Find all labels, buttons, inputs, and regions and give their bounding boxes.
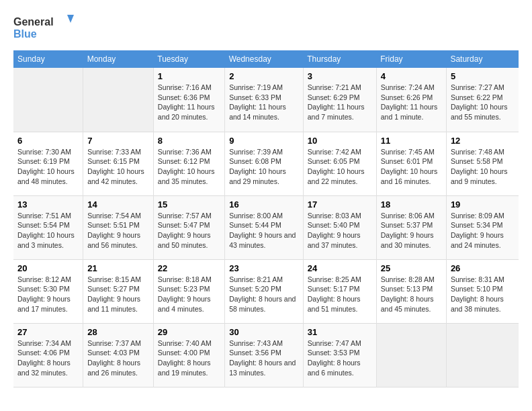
- day-number: 15: [158, 199, 220, 210]
- day-number: 19: [451, 199, 515, 210]
- header-friday: Friday: [376, 50, 446, 68]
- day-info: Sunrise: 7:42 AM Sunset: 6:05 PM Dayligh…: [308, 147, 372, 187]
- day-info: Sunrise: 7:54 AM Sunset: 5:51 PM Dayligh…: [87, 211, 149, 250]
- calendar-cell: 16Sunrise: 8:00 AM Sunset: 5:44 PM Dayli…: [225, 195, 304, 259]
- calendar-week-row: 20Sunrise: 8:12 AM Sunset: 5:30 PM Dayli…: [13, 259, 519, 323]
- day-number: 26: [451, 263, 515, 273]
- calendar-cell: 7Sunrise: 7:33 AM Sunset: 6:15 PM Daylig…: [83, 132, 154, 195]
- day-number: 4: [381, 71, 442, 81]
- day-number: 24: [308, 263, 372, 273]
- calendar-cell: 27Sunrise: 7:34 AM Sunset: 4:06 PM Dayli…: [13, 323, 83, 387]
- day-info: Sunrise: 7:33 AM Sunset: 6:15 PM Dayligh…: [87, 147, 149, 187]
- day-number: 16: [229, 199, 299, 210]
- calendar-cell: 6Sunrise: 7:30 AM Sunset: 6:19 PM Daylig…: [13, 132, 83, 195]
- day-info: Sunrise: 7:24 AM Sunset: 6:26 PM Dayligh…: [381, 83, 442, 122]
- day-info: Sunrise: 8:12 AM Sunset: 5:30 PM Dayligh…: [17, 275, 79, 314]
- calendar-cell: 22Sunrise: 8:18 AM Sunset: 5:23 PM Dayli…: [153, 259, 224, 323]
- calendar-cell: [446, 323, 519, 387]
- day-number: 13: [17, 199, 79, 210]
- day-number: 22: [158, 263, 220, 273]
- calendar-cell: 4Sunrise: 7:24 AM Sunset: 6:26 PM Daylig…: [376, 68, 446, 132]
- day-info: Sunrise: 7:30 AM Sunset: 6:19 PM Dayligh…: [17, 147, 79, 187]
- day-number: 29: [158, 327, 220, 337]
- calendar-week-row: 27Sunrise: 7:34 AM Sunset: 4:06 PM Dayli…: [13, 323, 519, 387]
- calendar-cell: 1Sunrise: 7:16 AM Sunset: 6:36 PM Daylig…: [153, 68, 224, 132]
- day-number: 18: [381, 199, 442, 210]
- day-number: 11: [381, 136, 442, 146]
- day-number: 12: [451, 136, 515, 146]
- calendar-cell: 23Sunrise: 8:21 AM Sunset: 5:20 PM Dayli…: [225, 259, 304, 323]
- calendar-cell: 9Sunrise: 7:39 AM Sunset: 6:08 PM Daylig…: [225, 132, 304, 195]
- calendar-cell: 5Sunrise: 7:27 AM Sunset: 6:22 PM Daylig…: [446, 68, 519, 132]
- calendar-cell: 26Sunrise: 8:31 AM Sunset: 5:10 PM Dayli…: [446, 259, 519, 323]
- day-info: Sunrise: 8:18 AM Sunset: 5:23 PM Dayligh…: [158, 275, 220, 314]
- calendar-cell: 24Sunrise: 8:25 AM Sunset: 5:17 PM Dayli…: [303, 259, 376, 323]
- calendar-cell: 19Sunrise: 8:09 AM Sunset: 5:34 PM Dayli…: [446, 195, 519, 259]
- day-info: Sunrise: 7:34 AM Sunset: 4:06 PM Dayligh…: [17, 338, 79, 378]
- header-saturday: Saturday: [446, 50, 519, 68]
- svg-text:General: General: [13, 16, 54, 28]
- logo-svg: General Blue: [13, 13, 74, 44]
- day-number: 14: [87, 199, 149, 210]
- day-number: 21: [87, 263, 149, 273]
- svg-text:Blue: Blue: [13, 28, 37, 40]
- day-number: 9: [229, 136, 299, 146]
- day-info: Sunrise: 8:15 AM Sunset: 5:27 PM Dayligh…: [87, 275, 149, 314]
- day-info: Sunrise: 7:21 AM Sunset: 6:29 PM Dayligh…: [308, 83, 372, 122]
- day-info: Sunrise: 7:47 AM Sunset: 3:53 PM Dayligh…: [308, 338, 372, 378]
- calendar-week-row: 1Sunrise: 7:16 AM Sunset: 6:36 PM Daylig…: [13, 68, 519, 132]
- day-number: 25: [381, 263, 442, 273]
- calendar-cell: 28Sunrise: 7:37 AM Sunset: 4:03 PM Dayli…: [83, 323, 154, 387]
- day-info: Sunrise: 8:28 AM Sunset: 5:13 PM Dayligh…: [381, 275, 442, 314]
- day-info: Sunrise: 8:06 AM Sunset: 5:37 PM Dayligh…: [381, 211, 442, 250]
- calendar-header-row: SundayMondayTuesdayWednesdayThursdayFrid…: [13, 50, 519, 68]
- calendar-cell: 17Sunrise: 8:03 AM Sunset: 5:40 PM Dayli…: [303, 195, 376, 259]
- day-number: 23: [229, 263, 299, 273]
- header-monday: Monday: [83, 50, 154, 68]
- day-number: 1: [158, 71, 220, 81]
- logo: General Blue: [13, 13, 74, 44]
- day-number: 17: [308, 199, 372, 210]
- day-info: Sunrise: 8:00 AM Sunset: 5:44 PM Dayligh…: [229, 211, 299, 250]
- day-info: Sunrise: 7:36 AM Sunset: 6:12 PM Dayligh…: [158, 147, 220, 187]
- day-info: Sunrise: 7:16 AM Sunset: 6:36 PM Dayligh…: [158, 83, 220, 122]
- header-thursday: Thursday: [303, 50, 376, 68]
- svg-marker-2: [67, 15, 74, 23]
- calendar-cell: 18Sunrise: 8:06 AM Sunset: 5:37 PM Dayli…: [376, 195, 446, 259]
- calendar-cell: 14Sunrise: 7:54 AM Sunset: 5:51 PM Dayli…: [83, 195, 154, 259]
- day-number: 3: [308, 71, 372, 81]
- day-info: Sunrise: 7:39 AM Sunset: 6:08 PM Dayligh…: [229, 147, 299, 187]
- day-number: 10: [308, 136, 372, 146]
- calendar-cell: 21Sunrise: 8:15 AM Sunset: 5:27 PM Dayli…: [83, 259, 154, 323]
- day-info: Sunrise: 7:40 AM Sunset: 4:00 PM Dayligh…: [158, 338, 220, 378]
- day-info: Sunrise: 7:43 AM Sunset: 3:56 PM Dayligh…: [229, 338, 299, 378]
- day-info: Sunrise: 8:03 AM Sunset: 5:40 PM Dayligh…: [308, 211, 372, 250]
- calendar-cell: [376, 323, 446, 387]
- calendar-cell: 11Sunrise: 7:45 AM Sunset: 6:01 PM Dayli…: [376, 132, 446, 195]
- day-info: Sunrise: 7:27 AM Sunset: 6:22 PM Dayligh…: [451, 83, 515, 122]
- calendar-cell: 29Sunrise: 7:40 AM Sunset: 4:00 PM Dayli…: [153, 323, 224, 387]
- day-number: 5: [451, 71, 515, 81]
- calendar-cell: 20Sunrise: 8:12 AM Sunset: 5:30 PM Dayli…: [13, 259, 83, 323]
- day-info: Sunrise: 7:57 AM Sunset: 5:47 PM Dayligh…: [158, 211, 220, 250]
- day-info: Sunrise: 7:45 AM Sunset: 6:01 PM Dayligh…: [381, 147, 442, 187]
- calendar-cell: 15Sunrise: 7:57 AM Sunset: 5:47 PM Dayli…: [153, 195, 224, 259]
- calendar-cell: 31Sunrise: 7:47 AM Sunset: 3:53 PM Dayli…: [303, 323, 376, 387]
- header-sunday: Sunday: [13, 50, 83, 68]
- day-number: 8: [158, 136, 220, 146]
- calendar-cell: [83, 68, 154, 132]
- day-info: Sunrise: 7:37 AM Sunset: 4:03 PM Dayligh…: [87, 338, 149, 378]
- day-number: 30: [229, 327, 299, 337]
- calendar-cell: 30Sunrise: 7:43 AM Sunset: 3:56 PM Dayli…: [225, 323, 304, 387]
- calendar-week-row: 13Sunrise: 7:51 AM Sunset: 5:54 PM Dayli…: [13, 195, 519, 259]
- calendar-cell: 8Sunrise: 7:36 AM Sunset: 6:12 PM Daylig…: [153, 132, 224, 195]
- calendar-cell: 13Sunrise: 7:51 AM Sunset: 5:54 PM Dayli…: [13, 195, 83, 259]
- header-tuesday: Tuesday: [153, 50, 224, 68]
- day-info: Sunrise: 7:51 AM Sunset: 5:54 PM Dayligh…: [17, 211, 79, 250]
- day-info: Sunrise: 7:19 AM Sunset: 6:33 PM Dayligh…: [229, 83, 299, 122]
- calendar-cell: 10Sunrise: 7:42 AM Sunset: 6:05 PM Dayli…: [303, 132, 376, 195]
- header-wednesday: Wednesday: [225, 50, 304, 68]
- day-info: Sunrise: 8:21 AM Sunset: 5:20 PM Dayligh…: [229, 275, 299, 314]
- day-number: 6: [17, 136, 79, 146]
- calendar-cell: [13, 68, 83, 132]
